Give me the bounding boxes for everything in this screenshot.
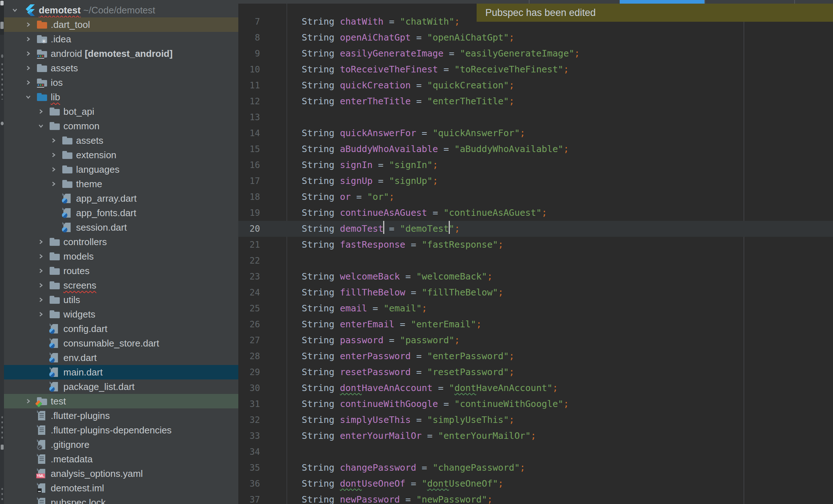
tree-item-common[interactable]: common: [4, 119, 238, 133]
code-text[interactable]: String demoTest = "demoTest";: [291, 221, 460, 237]
editor-tab-strip[interactable]: [238, 0, 833, 4]
tool-window-stripe[interactable]: [0, 0, 4, 504]
code-text[interactable]: String resetPassword = "resetPassword";: [291, 364, 514, 380]
line-number[interactable]: 25: [238, 301, 260, 316]
line-number[interactable]: 18: [238, 189, 260, 205]
code-text[interactable]: String simplyUseThis = "simplyUseThis";: [291, 412, 514, 428]
tree-item-ios[interactable]: ios: [4, 75, 238, 90]
tree-item-screens[interactable]: screens: [4, 278, 238, 293]
code-line-16[interactable]: 16 String signIn = "signIn";: [238, 157, 833, 173]
tree-item-assets[interactable]: assets: [4, 133, 238, 148]
line-number[interactable]: 26: [238, 316, 260, 332]
code-line-26[interactable]: 26 String enterEmail = "enterEmail";: [238, 316, 833, 332]
line-number[interactable]: 12: [238, 93, 260, 109]
chevron-down-icon[interactable]: [25, 94, 31, 100]
code-text[interactable]: String quickCreation = "quickCreation";: [291, 77, 514, 93]
code-line-8[interactable]: 8 String openAiChatGpt = "openAiChatGpt"…: [238, 30, 833, 46]
code-text[interactable]: String toReceiveTheFinest = "toReceiveTh…: [291, 62, 569, 77]
chevron-right-icon[interactable]: [51, 138, 56, 143]
code-line-37[interactable]: 37 String newPassword = "newPassword";: [238, 492, 833, 504]
code-line-12[interactable]: 12 String enterTheTitle = "enterTheTitle…: [238, 93, 833, 109]
code-line-10[interactable]: 10 String toReceiveTheFinest = "toReceiv…: [238, 62, 833, 77]
line-number[interactable]: 24: [238, 285, 260, 301]
code-line-32[interactable]: 32 String simplyUseThis = "simplyUseThis…: [238, 412, 833, 428]
code-line-28[interactable]: 28 String enterPassword = "enterPassword…: [238, 348, 833, 364]
code-line-23[interactable]: 23 String welcomeBack = "welcomeBack";: [238, 269, 833, 285]
code-text[interactable]: String enterTheTitle = "enterTheTitle";: [291, 93, 514, 109]
project-root-row[interactable]: demotest ~/Code/demotest: [4, 3, 238, 17]
code-text[interactable]: String continueAsAGuest = "continueAsAGu…: [291, 205, 547, 221]
code-text[interactable]: String enterPassword = "enterPassword";: [291, 348, 514, 364]
chevron-right-icon[interactable]: [38, 268, 44, 274]
project-name[interactable]: demotest: [39, 5, 81, 16]
tree-item-languages[interactable]: languages: [4, 162, 238, 177]
tree-item-consumable-store-dart[interactable]: consumable_store.dart: [4, 336, 238, 350]
code-line-17[interactable]: 17 String signUp = "signUp";: [238, 173, 833, 189]
line-number[interactable]: 10: [238, 62, 260, 77]
code-text[interactable]: String chatWith = "chatWith";: [291, 14, 460, 30]
code-text[interactable]: String signIn = "signIn";: [291, 157, 438, 173]
chevron-right-icon[interactable]: [51, 152, 56, 158]
line-number[interactable]: 13: [238, 109, 260, 125]
tree-item-routes[interactable]: routes: [4, 264, 238, 278]
code-text[interactable]: String signUp = "signUp";: [291, 173, 438, 189]
line-number[interactable]: 14: [238, 125, 260, 141]
code-line-29[interactable]: 29 String resetPassword = "resetPassword…: [238, 364, 833, 380]
tree-item-env-dart[interactable]: env.dart: [4, 350, 238, 365]
chevron-right-icon[interactable]: [25, 36, 31, 42]
code-line-14[interactable]: 14 String quickAnswerFor = "quickAnswerF…: [238, 125, 833, 141]
line-number[interactable]: 7: [238, 14, 260, 30]
chevron-right-icon[interactable]: [38, 109, 44, 114]
tree-item-models[interactable]: models: [4, 249, 238, 264]
tree-item-pubspec-lock[interactable]: pubspec.lock: [4, 495, 238, 504]
tree-item-utils[interactable]: utils: [4, 293, 238, 307]
tree-item--flutter-plugins[interactable]: .flutter-plugins: [4, 408, 238, 423]
tree-item-theme[interactable]: theme: [4, 177, 238, 191]
chevron-down-icon[interactable]: [38, 123, 44, 129]
chevron-right-icon[interactable]: [38, 282, 44, 288]
code-line-34[interactable]: 34: [238, 444, 833, 460]
chevron-right-icon[interactable]: [25, 65, 31, 71]
editor-area[interactable]: 7 String chatWith = "chatWith";8 String …: [238, 0, 833, 504]
code-text[interactable]: String continueWithGoogle = "continueWit…: [291, 396, 569, 412]
code-line-33[interactable]: 33 String enterYourMailOr = "enterYourMa…: [238, 428, 833, 444]
line-number[interactable]: 35: [238, 460, 260, 476]
code-line-18[interactable]: 18 String or = "or";: [238, 189, 833, 205]
line-number[interactable]: 11: [238, 77, 260, 93]
code-text[interactable]: String dontHaveAnAccount = "dontHaveAnAc…: [291, 380, 558, 396]
tree-item-widgets[interactable]: widgets: [4, 307, 238, 322]
chevron-right-icon[interactable]: [51, 167, 56, 172]
line-number[interactable]: 9: [238, 46, 260, 62]
tree-item--flutter-plugins-dependencies[interactable]: .flutter-plugins-dependencies: [4, 423, 238, 437]
line-number[interactable]: 17: [238, 173, 260, 189]
code-line-9[interactable]: 9 String easilyGenerateImage = "easilyGe…: [238, 46, 833, 62]
line-number[interactable]: 15: [238, 141, 260, 157]
code-text[interactable]: String password = "password";: [291, 332, 460, 348]
line-number[interactable]: 22: [238, 253, 260, 269]
project-root-label[interactable]: demotest ~/Code/demotest: [39, 3, 155, 17]
chevron-right-icon[interactable]: [25, 22, 31, 28]
tree-item-package-list-dart[interactable]: package_list.dart: [4, 379, 238, 394]
code-line-20[interactable]: 20 String demoTest = "demoTest";: [238, 221, 833, 237]
line-number[interactable]: 37: [238, 492, 260, 504]
code-line-22[interactable]: 22: [238, 253, 833, 269]
code-line-13[interactable]: 13: [238, 109, 833, 125]
code-text[interactable]: String quickAnswerFor = "quickAnswerFor"…: [291, 125, 525, 141]
tree-item--gitignore[interactable]: .gitignore: [4, 437, 238, 452]
code-line-35[interactable]: 35 String changePassword = "changePasswo…: [238, 460, 833, 476]
tree-item-demotest-iml[interactable]: demotest.iml: [4, 481, 238, 495]
chevron-right-icon[interactable]: [38, 253, 44, 259]
chevron-right-icon[interactable]: [25, 80, 31, 85]
code-text[interactable]: String easilyGenerateImage = "easilyGene…: [291, 46, 580, 62]
line-number[interactable]: 19: [238, 205, 260, 221]
code-line-15[interactable]: 15 String aBuddyWhoAvailable = "aBuddyWh…: [238, 141, 833, 157]
tree-item-test[interactable]: test: [4, 394, 238, 408]
line-number[interactable]: 21: [238, 237, 260, 253]
tree-item--idea[interactable]: ✳.idea: [4, 32, 238, 46]
tree-item-lib[interactable]: lib: [4, 90, 238, 104]
code-text[interactable]: String enterYourMailOr = "enterYourMailO…: [291, 428, 536, 444]
line-number[interactable]: 30: [238, 380, 260, 396]
code-text[interactable]: String newPassword = "newPassword";: [291, 492, 493, 504]
tree-item-config-dart[interactable]: config.dart: [4, 322, 238, 336]
tree-item-extension[interactable]: extension: [4, 148, 238, 162]
